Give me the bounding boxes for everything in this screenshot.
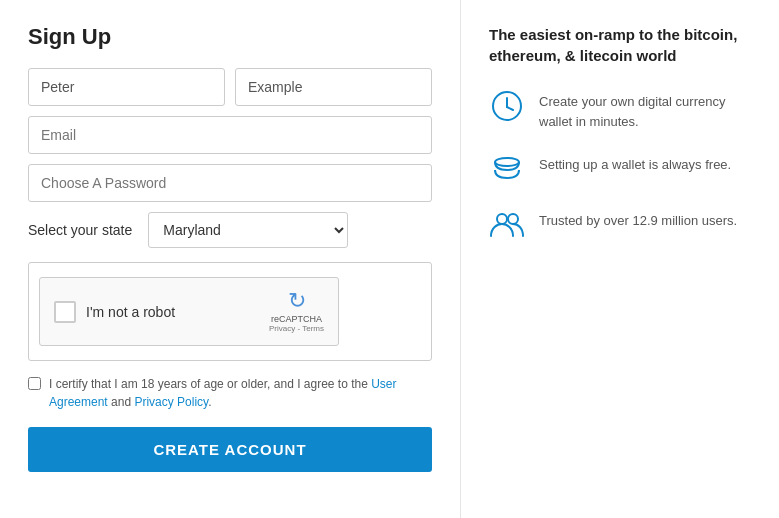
- terms-row: I certify that I am 18 years of age or o…: [28, 375, 432, 411]
- captcha-brand: reCAPTCHA: [269, 314, 324, 324]
- recaptcha-logo-icon: ↻: [269, 290, 324, 312]
- terms-text: I certify that I am 18 years of age or o…: [49, 375, 432, 411]
- captcha-right: ↻ reCAPTCHA Privacy - Terms: [269, 290, 324, 333]
- right-tagline: The easiest on-ramp to the bitcoin, ethe…: [489, 24, 751, 66]
- captcha-links[interactable]: Privacy - Terms: [269, 324, 324, 333]
- feature-text-trusted: Trusted by over 12.9 million users.: [539, 207, 737, 231]
- captcha-widget[interactable]: I'm not a robot ↻ reCAPTCHA Privacy - Te…: [39, 277, 339, 346]
- users-icon: [489, 207, 525, 243]
- page-title: Sign Up: [28, 24, 432, 50]
- svg-line-2: [507, 107, 513, 110]
- captcha-container: I'm not a robot ↻ reCAPTCHA Privacy - Te…: [28, 262, 432, 361]
- feature-item-wallet: Create your own digital currency wallet …: [489, 88, 751, 131]
- name-row: [28, 68, 432, 106]
- feature-item-free: Setting up a wallet is always free.: [489, 151, 751, 187]
- stack-icon: [489, 151, 525, 187]
- last-name-input[interactable]: [235, 68, 432, 106]
- feature-item-trusted: Trusted by over 12.9 million users.: [489, 207, 751, 243]
- terms-checkbox[interactable]: [28, 377, 41, 390]
- right-panel: The easiest on-ramp to the bitcoin, ethe…: [460, 0, 779, 518]
- svg-point-5: [508, 214, 518, 224]
- svg-point-3: [495, 158, 519, 166]
- state-label: Select your state: [28, 222, 132, 238]
- clock-icon: [489, 88, 525, 124]
- feature-list: Create your own digital currency wallet …: [489, 88, 751, 243]
- password-group: [28, 164, 432, 202]
- captcha-left: I'm not a robot: [54, 301, 175, 323]
- state-select[interactable]: Maryland Alabama Alaska Arizona Californ…: [148, 212, 348, 248]
- first-name-input[interactable]: [28, 68, 225, 106]
- email-input[interactable]: [28, 116, 432, 154]
- password-input[interactable]: [28, 164, 432, 202]
- privacy-policy-link[interactable]: Privacy Policy: [134, 395, 208, 409]
- feature-text-free: Setting up a wallet is always free.: [539, 151, 731, 175]
- state-row: Select your state Maryland Alabama Alask…: [28, 212, 432, 248]
- svg-point-4: [497, 214, 507, 224]
- feature-text-wallet: Create your own digital currency wallet …: [539, 88, 751, 131]
- captcha-checkbox[interactable]: [54, 301, 76, 323]
- email-group: [28, 116, 432, 154]
- create-account-button[interactable]: CREATE ACCOUNT: [28, 427, 432, 472]
- captcha-label: I'm not a robot: [86, 304, 175, 320]
- left-panel: Sign Up Select your state Maryland Alaba…: [0, 0, 460, 518]
